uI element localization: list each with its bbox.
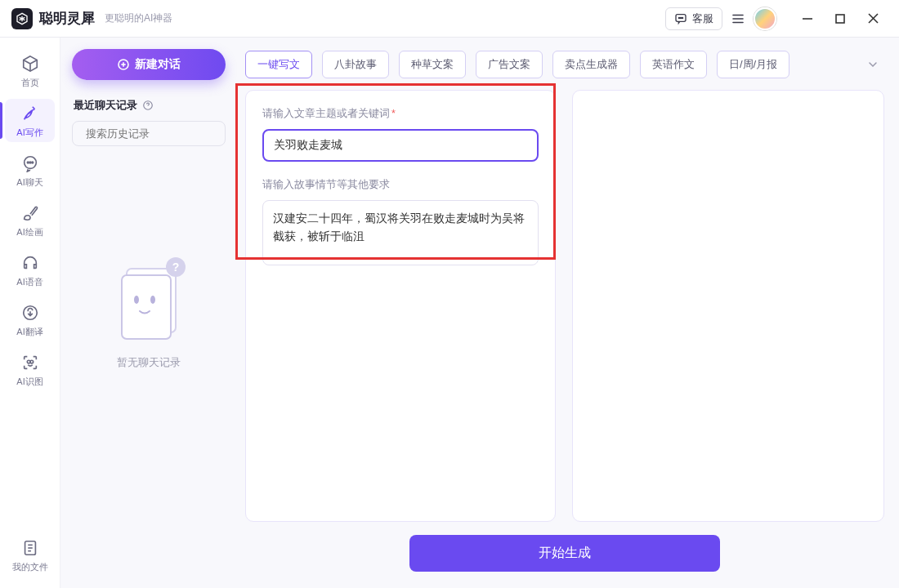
svg-point-31 bbox=[150, 296, 155, 304]
svg-point-2 bbox=[680, 17, 681, 18]
svg-point-12 bbox=[27, 162, 29, 163]
nav-files-label: 我的文件 bbox=[12, 561, 48, 573]
window-maximize[interactable] bbox=[824, 0, 857, 38]
tag-english[interactable]: 英语作文 bbox=[640, 51, 707, 78]
chat-bubble-icon bbox=[674, 12, 687, 25]
svg-point-14 bbox=[31, 162, 33, 163]
side-nav: 首页 AI写作 AI聊天 AI绘画 AI语音 AI翻译 AI识图 我 bbox=[0, 38, 60, 588]
pen-icon bbox=[20, 104, 40, 123]
nav-voice[interactable]: AI语音 bbox=[0, 245, 60, 295]
plus-circle-icon bbox=[117, 58, 130, 71]
app-subtitle: 更聪明的AI神器 bbox=[105, 11, 172, 25]
details-textarea[interactable] bbox=[262, 200, 539, 265]
expand-tags-button[interactable] bbox=[861, 53, 884, 76]
history-column: 新建对话 最近聊天记录 ? bbox=[60, 38, 237, 588]
tag-gossip[interactable]: 八卦故事 bbox=[322, 51, 389, 78]
nav-paint[interactable]: AI绘画 bbox=[0, 195, 60, 245]
nav-ocr-label: AI识图 bbox=[16, 376, 42, 388]
template-tags: 一键写文 八卦故事 种草文案 广告文案 卖点生成器 英语作文 日/周/月报 bbox=[237, 51, 884, 78]
history-search[interactable] bbox=[72, 121, 226, 146]
nav-translate-label: AI翻译 bbox=[16, 326, 42, 338]
menu-icon[interactable] bbox=[731, 11, 745, 26]
tag-seeding[interactable]: 种草文案 bbox=[399, 51, 466, 78]
tag-ad[interactable]: 广告文案 bbox=[476, 51, 543, 78]
svg-point-13 bbox=[29, 162, 31, 163]
scan-icon bbox=[20, 353, 40, 372]
help-label: 客服 bbox=[692, 11, 713, 26]
topic-label: 请输入文章主题或者关键词* bbox=[262, 107, 539, 121]
new-chat-label: 新建对话 bbox=[135, 57, 181, 72]
details-label: 请输入故事情节等其他要求 bbox=[262, 178, 539, 192]
output-panel bbox=[572, 90, 884, 522]
avatar[interactable] bbox=[754, 7, 776, 30]
svg-rect-8 bbox=[836, 15, 844, 23]
topic-input[interactable] bbox=[262, 129, 539, 162]
svg-rect-29 bbox=[122, 275, 171, 339]
nav-ocr[interactable]: AI识图 bbox=[0, 345, 60, 394]
brush-icon bbox=[20, 203, 40, 223]
headphones-icon bbox=[20, 253, 40, 273]
generate-button[interactable]: 开始生成 bbox=[409, 535, 720, 572]
window-minimize[interactable] bbox=[791, 0, 824, 38]
empty-illustration-icon: ? bbox=[112, 252, 186, 342]
app-logo-icon bbox=[11, 8, 33, 29]
document-icon bbox=[20, 538, 40, 558]
nav-chat-label: AI聊天 bbox=[16, 176, 42, 189]
svg-point-30 bbox=[134, 296, 139, 304]
history-header: 最近聊天记录 bbox=[72, 98, 226, 113]
nav-voice-label: AI语音 bbox=[16, 276, 42, 288]
nav-files[interactable]: 我的文件 bbox=[0, 530, 60, 580]
tag-report[interactable]: 日/周/月报 bbox=[717, 51, 789, 78]
app-title: 聪明灵犀 bbox=[39, 9, 95, 28]
tag-sellingpoint[interactable]: 卖点生成器 bbox=[552, 51, 630, 78]
help-button[interactable]: 客服 bbox=[665, 7, 722, 30]
svg-point-17 bbox=[30, 360, 34, 363]
new-chat-button[interactable]: 新建对话 bbox=[72, 49, 226, 80]
home-icon bbox=[20, 54, 40, 74]
nav-translate[interactable]: AI翻译 bbox=[0, 295, 60, 345]
translate-icon bbox=[20, 303, 40, 323]
nav-writing[interactable]: AI写作 bbox=[0, 96, 60, 145]
window-close[interactable] bbox=[857, 0, 889, 38]
history-empty-state: ? 暂无聊天记录 bbox=[72, 163, 226, 370]
nav-writing-label: AI写作 bbox=[16, 127, 42, 139]
svg-point-3 bbox=[682, 17, 682, 18]
svg-point-1 bbox=[678, 17, 679, 18]
chat-icon bbox=[20, 154, 40, 173]
history-search-input[interactable] bbox=[86, 127, 223, 140]
nav-paint-label: AI绘画 bbox=[16, 226, 42, 238]
nav-home[interactable]: 首页 bbox=[0, 46, 60, 96]
tag-quick-write[interactable]: 一键写文 bbox=[245, 51, 312, 78]
info-circle-icon bbox=[142, 100, 154, 111]
input-form-panel: 请输入文章主题或者关键词* 请输入故事情节等其他要求 bbox=[245, 90, 556, 522]
nav-chat[interactable]: AI聊天 bbox=[0, 145, 60, 195]
nav-home-label: 首页 bbox=[21, 77, 39, 89]
svg-text:?: ? bbox=[172, 261, 180, 274]
history-empty-text: 暂无聊天记录 bbox=[72, 355, 226, 370]
